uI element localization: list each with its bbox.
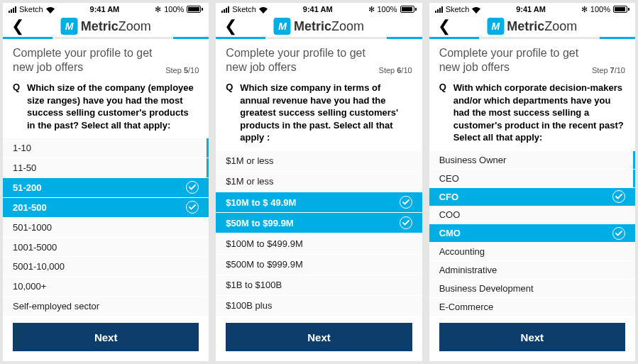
step-indicator: Step 7/10 — [592, 66, 625, 75]
status-bar: Sketch 9:41 AM ✻ 100% — [429, 3, 635, 16]
back-button[interactable]: ❮ — [221, 17, 240, 35]
option-item[interactable]: $10M to $ 49.9M — [216, 192, 422, 212]
option-item[interactable]: 501-1000 — [3, 218, 209, 237]
option-label: COO — [439, 209, 461, 220]
signal-icon — [221, 6, 229, 13]
battery-pct: 100% — [590, 5, 610, 13]
question-text: Which size of the company (employee size… — [27, 82, 199, 131]
brand-logo: M MetricZoom — [61, 18, 151, 35]
option-item[interactable]: CEO — [429, 170, 635, 187]
clock: 9:41 AM — [303, 5, 333, 13]
option-label: $500M to $999.9M — [226, 259, 302, 270]
option-item[interactable]: 1001-5000 — [3, 238, 209, 257]
back-button[interactable]: ❮ — [9, 17, 27, 35]
logo-icon: M — [61, 18, 78, 35]
signal-icon — [9, 6, 16, 13]
question-block: Q With which corporate decision-makers a… — [429, 79, 635, 151]
option-label: 1-10 — [13, 143, 31, 153]
carrier-label: Sketch — [232, 5, 256, 13]
option-item[interactable]: 10,000+ — [3, 277, 209, 296]
option-label: 501-1000 — [13, 222, 52, 233]
page-title: Complete your profile to get new job off… — [13, 46, 160, 75]
option-label: $1B to $100B — [226, 280, 282, 290]
brand-name: Metric — [81, 19, 119, 33]
next-button[interactable]: Next — [226, 323, 412, 351]
page-title: Complete your profile to get new job off… — [439, 46, 586, 75]
option-item[interactable]: 5001-10,000 — [3, 257, 209, 276]
option-label: $50M to $99.9M — [226, 218, 293, 228]
option-item[interactable]: E-Commerce — [429, 298, 635, 316]
option-item[interactable]: 1-10 — [3, 138, 209, 158]
page-header: Complete your profile to get new job off… — [3, 39, 209, 79]
question-text: With which corporate decision-makers and… — [453, 82, 625, 144]
brand-suffix: Zoom — [331, 19, 364, 33]
option-label: $1M or less — [226, 176, 273, 187]
brand-name: Metric — [507, 19, 544, 33]
page-header: Complete your profile to get new job off… — [216, 39, 422, 79]
battery-pct: 100% — [378, 5, 397, 13]
options-list: Business Owner CEO CFO COO CMO Accountin… — [429, 151, 635, 316]
battery-icon — [400, 6, 417, 13]
signal-icon — [435, 6, 443, 13]
option-item[interactable]: 201-500 — [3, 198, 209, 217]
option-item[interactable]: $100B plus — [216, 296, 422, 316]
question-block: Q Which size company in terms of annual … — [216, 79, 422, 151]
option-item[interactable]: $500M to $999.9M — [216, 255, 422, 275]
bluetooth-icon: ✻ — [581, 5, 588, 14]
option-label: 1001-5000 — [13, 242, 57, 253]
question-icon: Q — [13, 82, 23, 131]
option-item[interactable]: $50M to $99.9M — [216, 213, 422, 233]
option-item[interactable]: COO — [429, 206, 635, 224]
brand-name: Metric — [294, 19, 331, 33]
option-item[interactable]: Administrative — [429, 261, 635, 279]
screen-7: Sketch 9:41 AM ✻ 100% ❮ M MetricZoom Com… — [429, 3, 635, 361]
options-list: 1-10 11-50 51-200 201-500 501-1000 1001-… — [3, 138, 209, 316]
option-item[interactable]: 11-50 — [3, 158, 209, 177]
options-list: $1M or less $1M or less $10M to $ 49.9M … — [216, 151, 422, 316]
option-item[interactable]: Self-employed sector — [3, 297, 209, 316]
footer: Next — [216, 316, 422, 361]
option-label: E-Commerce — [439, 302, 494, 312]
option-item[interactable]: $1M or less — [216, 151, 422, 171]
option-item[interactable]: Business Development — [429, 280, 635, 297]
question-text: Which size company in terms of annual re… — [240, 82, 412, 144]
option-label: Business Owner — [439, 155, 507, 165]
next-button[interactable]: Next — [13, 323, 199, 351]
bluetooth-icon: ✻ — [155, 5, 161, 14]
nav-bar: ❮ M MetricZoom — [429, 16, 635, 39]
option-label: $100B plus — [226, 300, 272, 311]
option-item[interactable]: Accounting — [429, 243, 635, 260]
check-icon — [612, 227, 625, 240]
carrier-label: Sketch — [446, 5, 470, 13]
question-icon: Q — [226, 82, 236, 144]
screen-6: Sketch 9:41 AM ✻ 100% ❮ M MetricZoom Com… — [216, 3, 422, 361]
wifi-icon — [259, 6, 268, 13]
option-item[interactable]: 51-200 — [3, 178, 209, 197]
check-icon — [400, 216, 412, 229]
nav-bar: ❮ M MetricZoom — [216, 16, 422, 39]
next-button[interactable]: Next — [439, 323, 625, 351]
back-button[interactable]: ❮ — [435, 17, 453, 35]
page-header: Complete your profile to get new job off… — [429, 39, 635, 79]
footer: Next — [3, 316, 209, 361]
brand-suffix: Zoom — [544, 19, 577, 33]
option-item[interactable]: CFO — [429, 188, 635, 206]
option-item[interactable]: Business Owner — [429, 151, 635, 169]
option-item[interactable]: $1M or less — [216, 172, 422, 192]
check-icon — [186, 201, 199, 214]
status-bar: Sketch 9:41 AM ✻ 100% — [3, 3, 209, 16]
option-label: CEO — [439, 173, 459, 184]
option-item[interactable]: $100M to $499.9M — [216, 233, 422, 253]
clock: 9:41 AM — [516, 5, 546, 13]
option-label: CFO — [439, 192, 458, 202]
question-icon: Q — [439, 82, 449, 144]
bluetooth-icon: ✻ — [368, 5, 375, 14]
option-item[interactable]: CMO — [429, 224, 635, 242]
option-item[interactable]: $1B to $100B — [216, 275, 422, 295]
option-label: $10M to $ 49.9M — [226, 197, 296, 208]
brand-logo: M MetricZoom — [487, 18, 577, 35]
step-indicator: Step 5/10 — [165, 66, 199, 75]
step-indicator: Step 6/10 — [379, 66, 412, 75]
battery-icon — [187, 6, 203, 13]
option-label: 10,000+ — [13, 281, 46, 292]
